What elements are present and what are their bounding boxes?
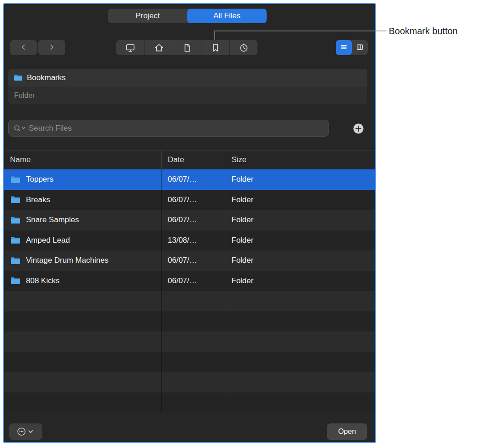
folder-icon bbox=[10, 236, 21, 244]
table-row[interactable]: Snare Samples06/07/…Folder bbox=[4, 210, 375, 230]
cell-date: 06/07/… bbox=[162, 250, 224, 271]
chevron-right-icon bbox=[48, 44, 55, 52]
file-table: Name Date Size Toppers06/07/…FolderBreak… bbox=[4, 150, 375, 412]
documents-button[interactable] bbox=[173, 40, 201, 55]
cell-name: Snare Samples bbox=[4, 210, 162, 230]
chevron-left-icon bbox=[20, 44, 27, 52]
cell-name bbox=[4, 392, 162, 413]
cell-name bbox=[4, 372, 162, 392]
table-row[interactable]: Toppers06/07/…Folder bbox=[4, 169, 375, 190]
cell-date bbox=[162, 392, 224, 413]
table-row[interactable]: Amped Lead13/08/…Folder bbox=[4, 230, 375, 251]
cell-size: Folder bbox=[224, 169, 375, 190]
forward-button[interactable] bbox=[38, 40, 65, 55]
cell-name: Vintage Drum Machines bbox=[4, 250, 162, 271]
display-icon bbox=[125, 43, 135, 53]
cell-date bbox=[162, 331, 224, 352]
empty-table-row bbox=[4, 291, 375, 311]
file-name: Amped Lead bbox=[26, 236, 70, 245]
location-box[interactable]: Bookmarks Folder bbox=[8, 69, 367, 104]
cell-size bbox=[224, 392, 375, 413]
cell-date bbox=[162, 352, 224, 372]
cell-name: Amped Lead bbox=[4, 230, 162, 251]
cell-size bbox=[224, 352, 375, 372]
column-header-name[interactable]: Name bbox=[4, 151, 162, 169]
cell-date: 06/07/… bbox=[162, 190, 224, 210]
computer-button[interactable] bbox=[116, 40, 144, 55]
folder-icon bbox=[10, 196, 21, 204]
empty-table-row bbox=[4, 372, 375, 392]
table-row[interactable]: Breaks06/07/…Folder bbox=[4, 190, 375, 210]
folder-icon bbox=[10, 176, 21, 183]
cell-name bbox=[4, 331, 162, 352]
file-name: 808 Kicks bbox=[26, 276, 60, 285]
file-browser-panel: Project All Files bbox=[3, 3, 376, 443]
bookmarks-button[interactable] bbox=[201, 40, 229, 55]
empty-table-row bbox=[4, 311, 375, 332]
home-button[interactable] bbox=[144, 40, 173, 55]
cell-date bbox=[162, 311, 224, 332]
folder-icon bbox=[10, 277, 21, 285]
table-header: Name Date Size bbox=[4, 150, 375, 169]
list-view-button[interactable] bbox=[336, 40, 352, 55]
action-menu-button[interactable] bbox=[9, 423, 42, 440]
open-button[interactable]: Open bbox=[327, 423, 367, 440]
cell-size: Folder bbox=[224, 250, 375, 271]
add-button[interactable] bbox=[352, 122, 365, 135]
folder-icon bbox=[10, 257, 21, 265]
recents-button[interactable] bbox=[229, 40, 257, 55]
empty-table-row bbox=[4, 331, 375, 352]
file-name: Breaks bbox=[26, 195, 50, 204]
cell-size: Folder bbox=[224, 271, 375, 291]
tab-all-files[interactable]: All Files bbox=[187, 9, 267, 23]
cell-name bbox=[4, 311, 162, 332]
cell-name: Breaks bbox=[4, 190, 162, 210]
tab-project[interactable]: Project bbox=[108, 9, 187, 23]
file-button-group bbox=[116, 40, 257, 55]
browser-tabs: Project All Files bbox=[108, 9, 267, 23]
cell-name: Toppers bbox=[4, 169, 162, 190]
view-toggle-group bbox=[336, 40, 368, 55]
plus-circle-icon bbox=[352, 129, 365, 136]
back-button[interactable] bbox=[10, 40, 37, 55]
home-icon bbox=[154, 43, 164, 53]
cell-size bbox=[224, 311, 375, 332]
callout-label: Bookmark button bbox=[389, 26, 458, 36]
cell-size: Folder bbox=[224, 210, 375, 230]
page: { "colors": { "panel_background": "#2626… bbox=[0, 0, 494, 448]
clock-icon bbox=[239, 43, 249, 53]
table-row[interactable]: 808 Kicks06/07/…Folder bbox=[4, 271, 375, 291]
table-row[interactable]: Vintage Drum Machines06/07/…Folder bbox=[4, 250, 375, 271]
cell-date: 06/07/… bbox=[162, 271, 224, 291]
bookmark-icon bbox=[211, 43, 221, 53]
cell-size bbox=[224, 372, 375, 392]
table-body: Toppers06/07/…FolderBreaks06/07/…FolderS… bbox=[4, 169, 375, 412]
column-header-size[interactable]: Size bbox=[224, 151, 375, 169]
file-name: Snare Samples bbox=[26, 215, 79, 224]
list-icon bbox=[340, 43, 348, 52]
cell-size: Folder bbox=[224, 190, 375, 210]
cell-name bbox=[4, 352, 162, 372]
search-icon bbox=[13, 124, 27, 132]
cell-name: 808 Kicks bbox=[4, 271, 162, 291]
search-input[interactable] bbox=[29, 124, 324, 133]
cell-date: 13/08/… bbox=[162, 230, 224, 251]
cell-date bbox=[162, 372, 224, 392]
columns-icon bbox=[356, 43, 364, 52]
cell-date: 06/07/… bbox=[162, 169, 224, 190]
search-field[interactable] bbox=[8, 120, 329, 137]
location-title-row: Bookmarks bbox=[8, 69, 367, 87]
ellipsis-circle-icon bbox=[17, 427, 35, 436]
column-header-date[interactable]: Date bbox=[162, 151, 224, 169]
file-name: Toppers bbox=[26, 175, 53, 184]
file-name: Vintage Drum Machines bbox=[26, 256, 108, 265]
document-icon bbox=[182, 43, 192, 53]
empty-table-row bbox=[4, 392, 375, 413]
column-view-button[interactable] bbox=[352, 40, 368, 55]
cell-name bbox=[4, 291, 162, 311]
cell-date bbox=[162, 291, 224, 311]
folder-icon bbox=[14, 74, 23, 81]
cell-size: Folder bbox=[224, 230, 375, 251]
location-subtitle: Folder bbox=[8, 87, 367, 104]
cell-size bbox=[224, 331, 375, 352]
